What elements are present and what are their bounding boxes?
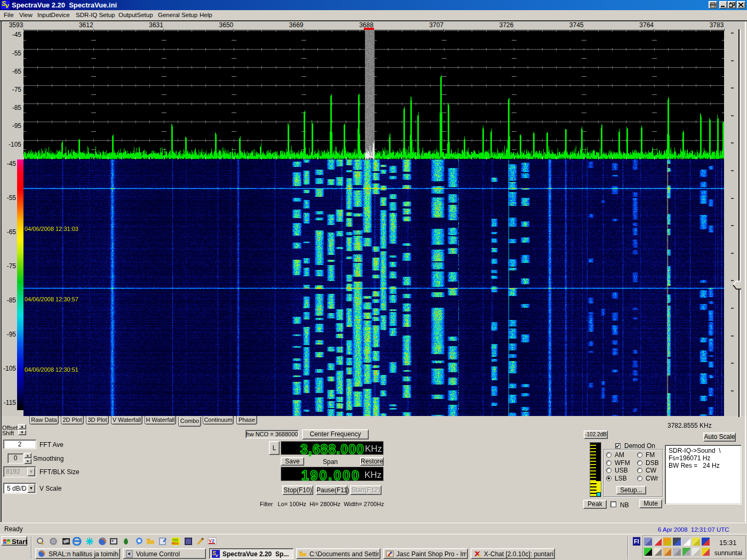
svg-text:2: 2 (212, 538, 214, 543)
svg-text:v: v (216, 553, 218, 558)
svg-text:RDS: RDS (172, 542, 179, 545)
svg-text:CO: CO (172, 538, 178, 542)
